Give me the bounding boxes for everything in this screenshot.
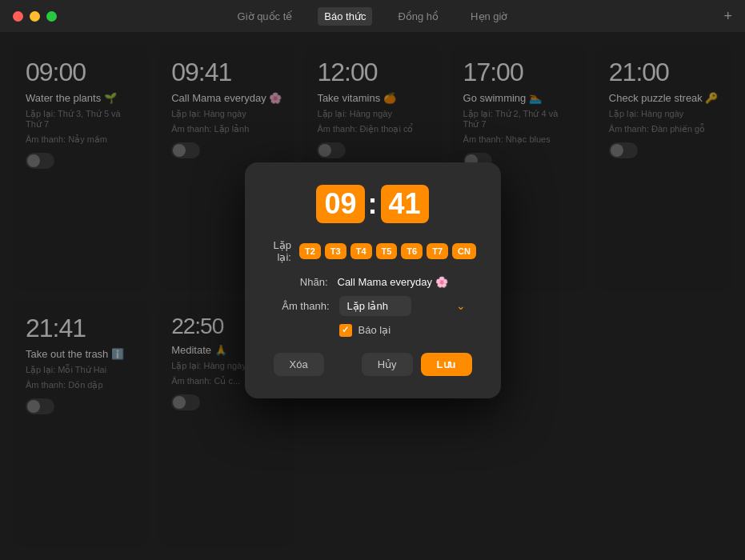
- repeat-row: Lặp lại: T2 T3 T4 T5 T6 T7 CN: [274, 239, 472, 263]
- repeat-label: Lặp lại:: [274, 239, 291, 263]
- minute-segment[interactable]: 41: [381, 185, 429, 223]
- modal-overlay: 09 : 41 Lặp lại: T2 T3 T4 T5 T6 T7 CN Nh…: [0, 0, 745, 560]
- label-field-row: Nhãn:: [274, 276, 472, 288]
- day-btn-t5[interactable]: T5: [376, 243, 398, 259]
- checkmark-icon: ✓: [342, 325, 349, 335]
- alarm-edit-modal: 09 : 41 Lặp lại: T2 T3 T4 T5 T6 T7 CN Nh…: [245, 162, 501, 398]
- day-buttons: T2 T3 T4 T5 T6 T7 CN: [299, 243, 476, 259]
- delete-button[interactable]: Xóa: [274, 353, 324, 376]
- am-thanh-label: Âm thanh:: [274, 300, 330, 312]
- cancel-button[interactable]: Hủy: [362, 353, 413, 376]
- bao-lai-label: Báo lại: [358, 324, 391, 336]
- day-btn-t4[interactable]: T4: [350, 243, 372, 259]
- bao-lai-checkbox[interactable]: ✓: [339, 324, 352, 337]
- day-btn-t2[interactable]: T2: [299, 243, 321, 259]
- sound-select[interactable]: Lặp lảnh: [339, 296, 411, 316]
- sound-select-wrapper: Lặp lảnh ⌄: [339, 296, 472, 316]
- nhan-label: Nhãn:: [274, 276, 328, 288]
- save-button[interactable]: Lưu: [421, 353, 472, 376]
- select-arrow-icon: ⌄: [456, 299, 466, 312]
- sound-field-row: Âm thanh: Lặp lảnh ⌄: [274, 296, 472, 316]
- label-input[interactable]: [338, 276, 472, 288]
- modal-time-display[interactable]: 09 : 41: [274, 185, 472, 223]
- day-btn-t6[interactable]: T6: [401, 243, 423, 259]
- day-btn-t3[interactable]: T3: [325, 243, 346, 259]
- btn-group: Hủy Lưu: [362, 353, 472, 376]
- modal-buttons: Xóa Hủy Lưu: [274, 353, 472, 376]
- time-colon: :: [366, 187, 379, 221]
- hour-segment[interactable]: 09: [316, 185, 364, 223]
- day-btn-cn[interactable]: CN: [452, 243, 476, 259]
- bao-lai-row: ✓ Báo lại: [339, 324, 472, 337]
- day-btn-t7[interactable]: T7: [427, 243, 448, 259]
